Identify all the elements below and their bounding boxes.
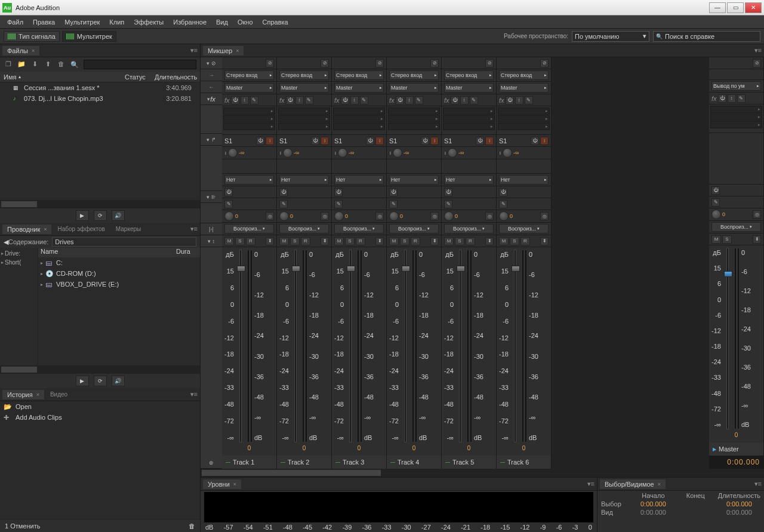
s-button[interactable]: S [510, 237, 519, 245]
volume-fader[interactable] [235, 250, 246, 442]
eq-power-icon[interactable]: ⏻ [279, 188, 288, 196]
s-button[interactable]: S [235, 237, 245, 245]
panel-menu-icon[interactable]: ▾≡ [190, 225, 198, 233]
eq-edit-icon[interactable]: ✎ [444, 200, 452, 208]
s-button[interactable]: S [400, 237, 409, 245]
track-name[interactable]: ⁓Track 2 [277, 456, 331, 469]
fx-power-icon[interactable]: ⏻ [396, 96, 404, 104]
send-level-knob[interactable] [228, 148, 238, 158]
eq-power-icon[interactable]: ⏻ [389, 188, 398, 196]
delete-icon[interactable]: 🗑 [56, 60, 66, 69]
r-button[interactable]: R [466, 237, 475, 245]
r-button[interactable]: R [411, 237, 420, 245]
fx-pre-icon[interactable]: ↕ [350, 96, 359, 104]
tree-item[interactable]: Drive: [1, 249, 36, 258]
file-row[interactable]: ▦ Сессия ...звания 1.sesx * 3:40.969 [0, 82, 200, 93]
tab-markers[interactable]: Маркеры [111, 225, 146, 233]
send-dest-select[interactable]: Нет [499, 175, 549, 184]
send-pre-icon[interactable]: ↕ [485, 137, 494, 145]
track-add-icon[interactable]: ⊕ [201, 457, 222, 469]
m-button[interactable]: M [334, 237, 344, 245]
fx-slot[interactable] [443, 123, 495, 130]
fx-edit-icon[interactable]: ✎ [470, 96, 478, 104]
output-select[interactable]: Master [444, 83, 494, 93]
automation-mode[interactable]: Воспроиз... [499, 224, 549, 233]
send-power-icon[interactable]: ⏻ [311, 137, 319, 145]
signal-type-button[interactable]: Тип сигнала [4, 31, 60, 42]
input-select[interactable]: Стерео вход [334, 70, 384, 80]
autoplay-button[interactable]: 🔊 [112, 376, 125, 386]
eq-edit-icon[interactable]: ✎ [389, 200, 398, 208]
fx-pre-icon[interactable]: ↕ [295, 96, 304, 104]
input-select[interactable]: Стерео вход [444, 70, 494, 80]
automation-mode[interactable]: Воспроиз... [711, 222, 761, 232]
fx-slot[interactable] [498, 115, 550, 122]
track-name[interactable]: ▶Master [709, 442, 763, 456]
send-power-icon[interactable]: ⏻ [256, 137, 264, 145]
m-button[interactable]: M [389, 237, 399, 245]
open-file-icon[interactable]: 📁 [17, 60, 26, 69]
sel-dur[interactable]: 0:00.000 [718, 500, 760, 508]
send-dest-select[interactable]: Нет [444, 175, 494, 184]
r-button[interactable]: R [520, 237, 530, 245]
fx-pre-icon[interactable]: ↕ [405, 96, 414, 104]
read-icon[interactable]: ⬍ [375, 237, 384, 245]
view-dur[interactable]: 0:00.000 [718, 509, 760, 516]
volume-fader[interactable] [290, 250, 301, 442]
play-button[interactable]: ▶ [76, 376, 89, 386]
fx-slot[interactable] [443, 107, 495, 115]
volume-fader[interactable] [455, 250, 466, 442]
section-toggle[interactable]: ▾ ⊘ [201, 57, 222, 69]
content-select[interactable]: Drives [52, 237, 196, 247]
tab-mixer[interactable]: Микшер× [203, 46, 244, 56]
stereo-icon[interactable]: ◎ [266, 212, 274, 220]
fx-slot[interactable] [710, 113, 762, 121]
eq-power-icon[interactable]: ⏻ [444, 188, 452, 196]
sends-toggle[interactable]: ▾ ↱ [201, 134, 222, 146]
fader-toggle[interactable]: ▾ ↕ [201, 235, 222, 247]
stereo-icon[interactable]: ◎ [375, 212, 384, 220]
menu-file[interactable]: Файл [2, 17, 28, 27]
input-select[interactable]: Стерео вход [279, 70, 329, 80]
output-select[interactable]: Master [389, 83, 439, 93]
volume-value[interactable]: 0 [497, 445, 551, 456]
s-button[interactable]: S [345, 237, 355, 245]
volume-value[interactable]: 0 [387, 445, 441, 456]
volume-fader[interactable] [345, 250, 356, 442]
col-name[interactable]: Имя [4, 73, 125, 81]
fx-power-icon[interactable]: ⏻ [506, 96, 514, 104]
eq-edit-icon[interactable]: ✎ [279, 200, 288, 208]
tab-selection[interactable]: Выбор/Видимое× [600, 479, 666, 489]
send-level-knob[interactable] [393, 148, 402, 158]
files-hscroll[interactable] [0, 200, 200, 208]
r-button[interactable]: R [356, 237, 365, 245]
stereo-icon[interactable]: ◎ [430, 212, 439, 220]
tab-video[interactable]: Видео [45, 390, 72, 399]
tab-levels[interactable]: Уровни× [203, 479, 241, 489]
menu-help[interactable]: Справка [258, 17, 293, 27]
read-icon[interactable]: ⬍ [753, 235, 761, 244]
fx-slot[interactable] [333, 107, 385, 115]
loop-button[interactable]: ⟳ [94, 210, 107, 221]
phase-icon[interactable]: ⊘ [375, 59, 384, 67]
stereo-icon[interactable]: ◎ [753, 210, 761, 219]
view-start[interactable]: 0:00.000 [633, 509, 673, 516]
menu-view[interactable]: Вид [211, 17, 233, 27]
eq-edit-icon[interactable]: ✎ [224, 200, 233, 208]
tree-item[interactable]: Short( [1, 258, 36, 267]
fx-edit-icon[interactable]: ✎ [737, 94, 745, 103]
menu-clip[interactable]: Клип [104, 17, 129, 27]
eq-edit-icon[interactable]: ✎ [711, 198, 720, 207]
pan-knob[interactable] [389, 211, 399, 221]
track-name[interactable]: ⁓Track 6 [497, 456, 551, 469]
volume-value[interactable]: 0 [332, 445, 386, 456]
close-file-icon[interactable]: ⬆ [43, 60, 53, 69]
eq-power-icon[interactable]: ⏻ [224, 188, 233, 196]
view-end[interactable] [676, 509, 716, 516]
send-level-knob[interactable] [283, 148, 292, 158]
phase-icon[interactable]: ⊘ [321, 59, 329, 67]
col-status[interactable]: Статус [125, 73, 155, 81]
volume-fader[interactable] [722, 248, 733, 429]
fx-slot[interactable] [388, 107, 440, 115]
fx-power-icon[interactable]: ⏻ [451, 96, 459, 104]
